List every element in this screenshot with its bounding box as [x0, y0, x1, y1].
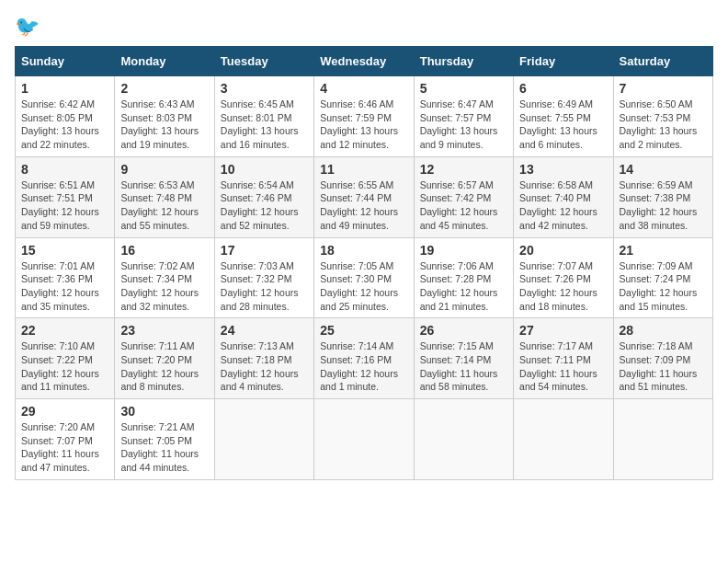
- col-saturday: Saturday: [613, 47, 712, 76]
- day-number: 28: [620, 323, 707, 338]
- day-detail: Sunrise: 7:11 AM Sunset: 7:20 PM Dayligh…: [120, 339, 208, 394]
- table-row: [414, 399, 513, 480]
- table-row: 15Sunrise: 7:01 AM Sunset: 7:36 PM Dayli…: [16, 237, 115, 318]
- day-detail: Sunrise: 7:07 AM Sunset: 7:26 PM Dayligh…: [519, 259, 607, 314]
- day-number: 21: [620, 243, 707, 258]
- table-row: 9Sunrise: 6:53 AM Sunset: 7:48 PM Daylig…: [115, 156, 214, 237]
- table-row: [514, 399, 613, 480]
- day-detail: Sunrise: 7:03 AM Sunset: 7:32 PM Dayligh…: [221, 259, 308, 314]
- day-detail: Sunrise: 6:47 AM Sunset: 7:57 PM Dayligh…: [420, 98, 507, 152]
- day-number: 27: [519, 323, 607, 338]
- table-row: 1Sunrise: 6:42 AM Sunset: 8:05 PM Daylig…: [16, 76, 115, 157]
- col-thursday: Thursday: [414, 47, 513, 76]
- day-detail: Sunrise: 7:05 AM Sunset: 7:30 PM Dayligh…: [320, 259, 407, 314]
- day-number: 14: [620, 162, 707, 177]
- table-row: [613, 399, 712, 480]
- day-detail: Sunrise: 6:49 AM Sunset: 7:55 PM Dayligh…: [519, 98, 607, 152]
- calendar-week-row: 22Sunrise: 7:10 AM Sunset: 7:22 PM Dayli…: [16, 318, 713, 399]
- day-detail: Sunrise: 6:59 AM Sunset: 7:38 PM Dayligh…: [620, 178, 707, 233]
- day-number: 13: [519, 162, 607, 177]
- day-detail: Sunrise: 6:50 AM Sunset: 7:53 PM Dayligh…: [620, 98, 707, 152]
- table-row: 26Sunrise: 7:15 AM Sunset: 7:14 PM Dayli…: [414, 318, 513, 399]
- table-row: 30Sunrise: 7:21 AM Sunset: 7:05 PM Dayli…: [115, 399, 214, 480]
- col-monday: Monday: [115, 47, 214, 76]
- day-number: 30: [120, 404, 208, 419]
- table-row: 17Sunrise: 7:03 AM Sunset: 7:32 PM Dayli…: [214, 237, 313, 318]
- table-row: 14Sunrise: 6:59 AM Sunset: 7:38 PM Dayli…: [613, 156, 712, 237]
- header: 🐦: [15, 15, 713, 39]
- day-detail: Sunrise: 6:43 AM Sunset: 8:03 PM Dayligh…: [120, 98, 208, 152]
- day-number: 11: [320, 162, 407, 177]
- calendar-header-row: Sunday Monday Tuesday Wednesday Thursday…: [16, 47, 713, 76]
- day-detail: Sunrise: 7:10 AM Sunset: 7:22 PM Dayligh…: [21, 339, 108, 394]
- day-number: 26: [420, 323, 507, 338]
- day-number: 2: [120, 81, 208, 96]
- table-row: 3Sunrise: 6:45 AM Sunset: 8:01 PM Daylig…: [214, 76, 313, 157]
- table-row: 2Sunrise: 6:43 AM Sunset: 8:03 PM Daylig…: [115, 76, 214, 157]
- day-number: 7: [620, 81, 707, 96]
- day-detail: Sunrise: 7:09 AM Sunset: 7:24 PM Dayligh…: [620, 259, 707, 314]
- table-row: 29Sunrise: 7:20 AM Sunset: 7:07 PM Dayli…: [16, 399, 115, 480]
- day-detail: Sunrise: 7:20 AM Sunset: 7:07 PM Dayligh…: [21, 420, 108, 475]
- calendar-week-row: 8Sunrise: 6:51 AM Sunset: 7:51 PM Daylig…: [16, 156, 713, 237]
- table-row: 20Sunrise: 7:07 AM Sunset: 7:26 PM Dayli…: [514, 237, 613, 318]
- day-detail: Sunrise: 6:57 AM Sunset: 7:42 PM Dayligh…: [420, 178, 507, 233]
- table-row: 7Sunrise: 6:50 AM Sunset: 7:53 PM Daylig…: [613, 76, 712, 157]
- day-number: 9: [120, 162, 208, 177]
- day-number: 22: [21, 323, 108, 338]
- day-number: 5: [420, 81, 507, 96]
- day-detail: Sunrise: 6:54 AM Sunset: 7:46 PM Dayligh…: [221, 178, 308, 233]
- table-row: 19Sunrise: 7:06 AM Sunset: 7:28 PM Dayli…: [414, 237, 513, 318]
- logo-bird-icon: 🐦: [15, 15, 40, 38]
- day-number: 18: [320, 243, 407, 258]
- table-row: 18Sunrise: 7:05 AM Sunset: 7:30 PM Dayli…: [314, 237, 414, 318]
- day-number: 20: [519, 243, 607, 258]
- day-detail: Sunrise: 7:01 AM Sunset: 7:36 PM Dayligh…: [21, 259, 108, 314]
- day-number: 3: [221, 81, 308, 96]
- day-number: 16: [120, 243, 208, 258]
- day-number: 1: [21, 81, 108, 96]
- day-detail: Sunrise: 6:58 AM Sunset: 7:40 PM Dayligh…: [519, 178, 607, 233]
- col-friday: Friday: [514, 47, 613, 76]
- day-detail: Sunrise: 6:55 AM Sunset: 7:44 PM Dayligh…: [320, 178, 407, 233]
- day-detail: Sunrise: 7:02 AM Sunset: 7:34 PM Dayligh…: [120, 259, 208, 314]
- day-number: 24: [221, 323, 308, 338]
- day-detail: Sunrise: 6:46 AM Sunset: 7:59 PM Dayligh…: [320, 98, 407, 152]
- table-row: 22Sunrise: 7:10 AM Sunset: 7:22 PM Dayli…: [16, 318, 115, 399]
- calendar-week-row: 1Sunrise: 6:42 AM Sunset: 8:05 PM Daylig…: [16, 76, 713, 157]
- col-wednesday: Wednesday: [314, 47, 414, 76]
- table-row: 8Sunrise: 6:51 AM Sunset: 7:51 PM Daylig…: [16, 156, 115, 237]
- table-row: 11Sunrise: 6:55 AM Sunset: 7:44 PM Dayli…: [314, 156, 414, 237]
- calendar-week-row: 15Sunrise: 7:01 AM Sunset: 7:36 PM Dayli…: [16, 237, 713, 318]
- day-detail: Sunrise: 6:45 AM Sunset: 8:01 PM Dayligh…: [221, 98, 308, 152]
- day-detail: Sunrise: 7:06 AM Sunset: 7:28 PM Dayligh…: [420, 259, 507, 314]
- day-number: 19: [420, 243, 507, 258]
- table-row: 4Sunrise: 6:46 AM Sunset: 7:59 PM Daylig…: [314, 76, 414, 157]
- table-row: 24Sunrise: 7:13 AM Sunset: 7:18 PM Dayli…: [214, 318, 313, 399]
- day-number: 6: [519, 81, 607, 96]
- day-detail: Sunrise: 6:53 AM Sunset: 7:48 PM Dayligh…: [120, 178, 208, 233]
- day-number: 15: [21, 243, 108, 258]
- table-row: 21Sunrise: 7:09 AM Sunset: 7:24 PM Dayli…: [613, 237, 712, 318]
- day-detail: Sunrise: 6:51 AM Sunset: 7:51 PM Dayligh…: [21, 178, 108, 233]
- day-number: 29: [21, 404, 108, 419]
- table-row: [214, 399, 313, 480]
- table-row: 5Sunrise: 6:47 AM Sunset: 7:57 PM Daylig…: [414, 76, 513, 157]
- logo: 🐦: [15, 15, 40, 39]
- day-number: 17: [221, 243, 308, 258]
- table-row: 25Sunrise: 7:14 AM Sunset: 7:16 PM Dayli…: [314, 318, 414, 399]
- day-number: 12: [420, 162, 507, 177]
- day-number: 10: [221, 162, 308, 177]
- table-row: 16Sunrise: 7:02 AM Sunset: 7:34 PM Dayli…: [115, 237, 214, 318]
- day-number: 8: [21, 162, 108, 177]
- day-number: 25: [320, 323, 407, 338]
- table-row: 12Sunrise: 6:57 AM Sunset: 7:42 PM Dayli…: [414, 156, 513, 237]
- day-detail: Sunrise: 7:14 AM Sunset: 7:16 PM Dayligh…: [320, 339, 407, 394]
- day-detail: Sunrise: 7:21 AM Sunset: 7:05 PM Dayligh…: [120, 420, 208, 475]
- table-row: 23Sunrise: 7:11 AM Sunset: 7:20 PM Dayli…: [115, 318, 214, 399]
- table-row: 13Sunrise: 6:58 AM Sunset: 7:40 PM Dayli…: [514, 156, 613, 237]
- table-row: [314, 399, 414, 480]
- calendar-week-row: 29Sunrise: 7:20 AM Sunset: 7:07 PM Dayli…: [16, 399, 713, 480]
- table-row: 28Sunrise: 7:18 AM Sunset: 7:09 PM Dayli…: [613, 318, 712, 399]
- day-detail: Sunrise: 7:18 AM Sunset: 7:09 PM Dayligh…: [620, 339, 707, 394]
